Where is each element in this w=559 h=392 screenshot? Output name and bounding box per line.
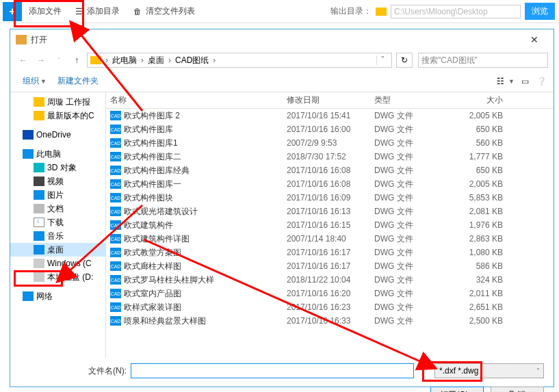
file-size: 1,080 KB (445, 248, 507, 257)
tree-item-label: 本地磁盘 (D: (47, 272, 93, 283)
file-type-filter[interactable]: *.dxf *.dwg ˇ (434, 363, 544, 378)
col-header-size[interactable]: 大小 (445, 94, 507, 106)
file-row[interactable]: CAD欧式建筑构件详图2007/1/14 18:40DWG 文件2,863 KB (106, 232, 554, 246)
file-row[interactable]: CAD欧式构件图库一2017/10/16 16:08DWG 文件2,005 KB (106, 177, 554, 191)
file-type: DWG 文件 (370, 206, 445, 218)
tree-item[interactable]: 本地磁盘 (D: (10, 270, 105, 284)
tree-item[interactable]: 下载 (10, 215, 105, 229)
tree-item[interactable]: OneDrive (10, 128, 105, 142)
organize-menu[interactable]: 组织▼ (17, 75, 52, 87)
file-date: 2017/10/16 16:20 (283, 289, 370, 298)
file-type: DWG 文件 (370, 138, 445, 149)
file-date: 2017/10/16 16:00 (283, 125, 370, 134)
file-list-header: 名称 修改日期 类型 大小 (106, 92, 554, 109)
help-button[interactable]: ❔ (536, 77, 547, 86)
onedrive-icon (23, 130, 34, 140)
close-button[interactable]: ✕ (521, 34, 548, 45)
tree-item[interactable]: Windows (C (10, 257, 105, 270)
tree-item[interactable]: 音乐 (10, 229, 105, 243)
file-row[interactable]: CAD欧式构件图库2017/10/16 16:00DWG 文件650 KB (106, 122, 554, 136)
tree-item[interactable]: 网络 (10, 289, 105, 303)
file-name: 欧式构件图库 2 (124, 110, 180, 122)
crumb-1[interactable]: 桌面 (145, 55, 167, 66)
file-row[interactable]: CAD欧式罗马柱柱头柱脚大样2018/11/22 10:04DWG 文件324 … (106, 273, 554, 287)
add-dir-label: 添加目录 (87, 5, 120, 17)
file-size: 560 KB (445, 138, 507, 148)
crumb-2[interactable]: CAD图纸 (172, 55, 211, 66)
file-name: 欧式观光塔建筑设计 (124, 206, 198, 218)
tree-item[interactable]: 此电脑 (10, 147, 105, 161)
nav-history-dropdown[interactable]: ˇ (51, 53, 66, 68)
file-type: DWG 文件 (370, 233, 445, 245)
tree-item[interactable]: 视频 (10, 174, 105, 188)
file-row[interactable]: CAD欧式观光塔建筑设计2017/10/16 16:13DWG 文件2,081 … (106, 205, 554, 218)
file-row[interactable]: CAD欧样式家装详图2017/10/16 16:23DWG 文件2,651 KB (106, 300, 554, 314)
file-name: 欧式教堂方案图 (124, 247, 181, 259)
file-row[interactable]: CAD欧式构件图库12007/2/9 9:53DWG 文件560 KB (106, 136, 554, 150)
nav-back[interactable]: ← (16, 53, 31, 68)
clear-list-button[interactable]: 🗑 清空文件列表 (127, 0, 202, 23)
file-type: DWG 文件 (370, 220, 445, 231)
tree-item[interactable]: 周璇 工作报 (10, 95, 105, 109)
file-row[interactable]: CAD喷泉和经典盆景大样图2017/10/16 16:33DWG 文件2,500… (106, 314, 554, 328)
view-mode-button[interactable]: ☷▼ (493, 75, 518, 88)
tree-item[interactable]: 桌面 (10, 243, 105, 257)
doc-icon (34, 204, 44, 213)
filename-dropdown[interactable]: ˇ (418, 366, 430, 376)
file-row[interactable]: CAD欧式构件图库 22017/10/16 15:41DWG 文件2,005 K… (106, 109, 554, 122)
new-folder-button[interactable]: 新建文件夹 (52, 75, 104, 87)
search-input[interactable]: 搜索"CAD图纸" (418, 53, 548, 68)
file-row[interactable]: CAD欧式廊柱大样图2017/10/16 16:17DWG 文件586 KB (106, 259, 554, 273)
file-date: 2017/10/16 16:09 (283, 193, 370, 202)
file-date: 2017/10/16 16:17 (283, 261, 370, 271)
cad-file-icon: CAD (110, 248, 121, 257)
breadcrumb[interactable]: › 此电脑 › 桌面 › CAD图纸 › ˇ (87, 53, 392, 68)
col-header-type[interactable]: 类型 (370, 94, 445, 106)
crumb-0[interactable]: 此电脑 (109, 55, 140, 66)
file-row[interactable]: CAD欧式构件图库二2018/7/30 17:52DWG 文件1,777 KB (106, 150, 554, 164)
tree-item[interactable]: 3D 对象 (10, 161, 105, 174)
cad-file-icon: CAD (110, 138, 121, 148)
add-dir-button[interactable]: ☰ 添加目录 (68, 0, 127, 23)
file-name: 欧式构件图库 (124, 124, 173, 135)
file-type: DWG 文件 (370, 192, 445, 204)
pic-icon (34, 190, 44, 200)
folder-tree[interactable]: 周璇 工作报最新版本的COneDrive此电脑3D 对象视频图片文档下载音乐桌面… (10, 92, 106, 358)
refresh-button[interactable]: ↻ (396, 53, 413, 68)
preview-pane-button[interactable]: ▭ (518, 75, 532, 88)
cad-file-icon: CAD (110, 193, 121, 202)
file-row[interactable]: CAD欧式建筑构件2017/10/16 16:15DWG 文件1,976 KB (106, 218, 554, 232)
output-path-input[interactable] (391, 5, 521, 18)
file-date: 2007/2/9 9:53 (283, 138, 370, 148)
cancel-button[interactable]: 取消 (491, 387, 544, 392)
nav-forward[interactable]: → (34, 53, 49, 68)
nav-up[interactable]: ↑ (69, 53, 84, 68)
file-list[interactable]: 名称 修改日期 类型 大小 CAD欧式构件图库 22017/10/16 15:4… (106, 92, 554, 358)
file-size: 2,081 KB (445, 207, 507, 216)
browse-button[interactable]: 浏览 (525, 3, 555, 20)
col-header-name[interactable]: 名称 (106, 94, 283, 106)
file-name: 欧式构件图库一 (124, 179, 181, 190)
file-name: 欧式建筑构件详图 (124, 233, 190, 245)
file-row[interactable]: CAD欧式教堂方案图2017/10/16 16:17DWG 文件1,080 KB (106, 246, 554, 259)
breadcrumb-dropdown[interactable]: ˇ (376, 55, 389, 65)
tree-item[interactable]: 图片 (10, 188, 105, 202)
tree-item[interactable]: 最新版本的C (10, 109, 105, 122)
open-button[interactable]: 打开(O)▾ (430, 387, 484, 392)
desktop-icon (34, 245, 44, 254)
cad-file-icon: CAD (110, 152, 121, 161)
cad-file-icon: CAD (110, 302, 121, 312)
add-file-plus-icon[interactable]: + (3, 2, 22, 21)
file-row[interactable]: CAD欧式构件图块2017/10/16 16:09DWG 文件5,853 KB (106, 191, 554, 205)
file-row[interactable]: CAD欧式室内产品图2017/10/16 16:20DWG 文件2,011 KB (106, 287, 554, 300)
filename-input[interactable] (131, 363, 414, 378)
music-icon (34, 231, 44, 241)
dialog-title: 打开 (31, 34, 521, 46)
add-file-button[interactable]: 添加文件 (22, 0, 68, 23)
file-size: 2,005 KB (445, 179, 507, 189)
file-date: 2007/1/14 18:40 (283, 234, 370, 244)
tree-item[interactable]: 文档 (10, 202, 105, 215)
file-size: 324 KB (445, 275, 507, 285)
file-row[interactable]: CAD欧式构件图库经典2017/10/16 16:08DWG 文件650 KB (106, 164, 554, 177)
col-header-date[interactable]: 修改日期 (283, 94, 370, 106)
